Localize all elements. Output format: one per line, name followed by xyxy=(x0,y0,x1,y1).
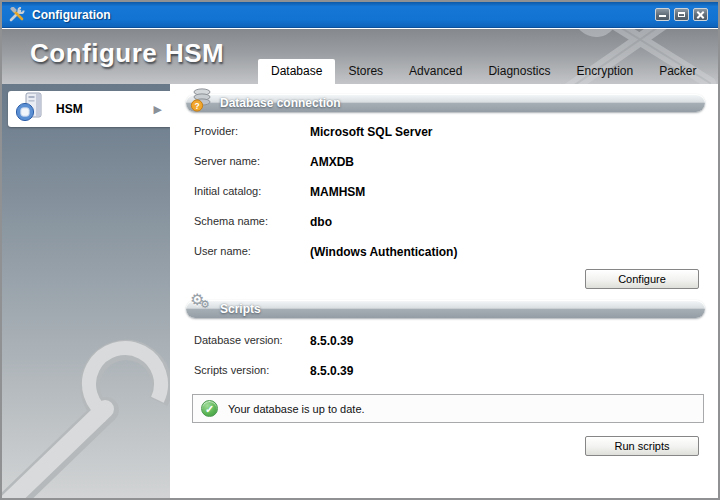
field-row: Scripts version: 8.5.0.39 xyxy=(170,364,718,378)
field-row: Initial catalog: MAMHSM xyxy=(170,185,718,199)
server-name-label: Server name: xyxy=(194,155,260,167)
sidebar-item-hsm[interactable]: HSM ▶ xyxy=(8,91,170,127)
maximize-icon xyxy=(678,12,685,17)
sidebar-item-label: HSM xyxy=(56,102,83,116)
provider-label: Provider: xyxy=(194,125,238,137)
tab-strip: Database Stores Advanced Diagnostics Enc… xyxy=(258,59,718,84)
initial-catalog-label: Initial catalog: xyxy=(194,185,261,197)
section-title: Database connection xyxy=(220,96,341,110)
question-icon: ? xyxy=(194,101,199,111)
field-row: Schema name: dbo xyxy=(170,215,718,229)
field-row: Server name: AMXDB xyxy=(170,155,718,169)
database-icon: ? xyxy=(190,87,214,117)
scripts-version-label: Scripts version: xyxy=(194,364,269,376)
configure-button[interactable]: Configure xyxy=(585,269,699,289)
tools-icon xyxy=(8,7,26,23)
window-controls xyxy=(655,8,712,21)
database-connection-section-header: ? Database connection xyxy=(186,94,705,112)
configuration-window: Configuration Configure HSM Database Sto… xyxy=(0,0,720,500)
tab-tasks[interactable]: Tasks xyxy=(710,59,718,84)
field-row: Provider: Microsoft SQL Server xyxy=(170,125,718,139)
status-message: Your database is up to date. xyxy=(228,403,365,415)
hsm-server-icon xyxy=(14,91,48,127)
database-version-value: 8.5.0.39 xyxy=(310,334,353,348)
header: Configure HSM Database Stores Advanced D… xyxy=(2,29,718,84)
titlebar: Configuration xyxy=(2,2,718,28)
wrench-watermark xyxy=(2,324,170,498)
user-name-value: (Windows Authentication) xyxy=(310,245,457,259)
tab-stores[interactable]: Stores xyxy=(335,59,396,84)
field-row: Database version: 8.5.0.39 xyxy=(170,334,718,348)
scripts-section-header: ⚙ ⚙ Scripts xyxy=(186,300,705,318)
tab-database[interactable]: Database xyxy=(258,59,335,84)
user-name-label: User name: xyxy=(194,245,251,257)
sidebar: HSM ▶ xyxy=(2,84,170,498)
field-row: User name: (Windows Authentication) xyxy=(170,245,718,259)
section-title: Scripts xyxy=(220,302,261,316)
close-button[interactable] xyxy=(693,8,708,21)
tab-packer[interactable]: Packer xyxy=(646,59,709,84)
run-scripts-button[interactable]: Run scripts xyxy=(585,436,699,456)
minimize-icon xyxy=(659,15,666,17)
maximize-button[interactable] xyxy=(674,8,689,21)
main-panel: ? Database connection Provider: Microsof… xyxy=(170,84,718,498)
status-message-box: ✓ Your database is up to date. xyxy=(192,394,704,423)
page-title: Configure HSM xyxy=(30,38,224,69)
minimize-button[interactable] xyxy=(655,8,670,21)
schema-name-label: Schema name: xyxy=(194,215,268,227)
tab-diagnostics[interactable]: Diagnostics xyxy=(475,59,563,84)
chevron-right-icon: ▶ xyxy=(154,103,162,116)
initial-catalog-value: MAMHSM xyxy=(310,185,365,199)
check-circle-icon: ✓ xyxy=(201,400,218,417)
scripts-version-value: 8.5.0.39 xyxy=(310,364,353,378)
provider-value: Microsoft SQL Server xyxy=(310,125,432,139)
window-title: Configuration xyxy=(32,8,111,22)
server-name-value: AMXDB xyxy=(310,155,354,169)
database-version-label: Database version: xyxy=(194,334,283,346)
gears-icon: ⚙ ⚙ xyxy=(190,290,216,316)
tab-encryption[interactable]: Encryption xyxy=(563,59,646,84)
tab-advanced[interactable]: Advanced xyxy=(396,59,475,84)
schema-name-value: dbo xyxy=(310,215,332,229)
